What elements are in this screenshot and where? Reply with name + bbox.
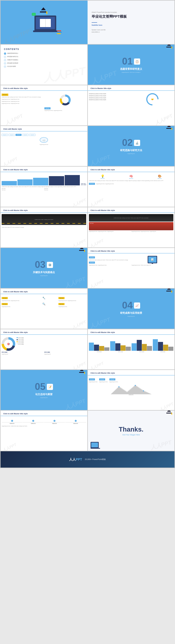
timeline-note: Supporting text here. Unified fonts make…: [2, 426, 86, 426]
kw3: Keyword: [16, 134, 21, 136]
tl-step4: 4 机械化阶段: [65, 420, 86, 424]
grad-cap-04: [166, 291, 172, 292]
red-container-area: Text here: [89, 222, 173, 230]
mt-col2: Text here Supporting text here.: [99, 378, 108, 382]
section05-title: 论文总结与展望: [35, 393, 52, 396]
bg4-b4: [168, 347, 173, 351]
bulb2-icon: 🧠: [117, 174, 145, 178]
bar7-3: [33, 178, 48, 186]
watermark-4: 人人PPT: [4, 112, 24, 126]
watermark-thanks: 人人PPT: [150, 439, 172, 451]
slide-master-7: Click to edit Master title style Year-en…: [1, 166, 87, 207]
thanks-main: Thanks.: [119, 426, 143, 433]
dl-sub2: Supporting text: [44, 354, 86, 354]
text4-desc1: Unified fonts make reading more fluent. …: [2, 96, 43, 98]
tl-step2: 2 机械化阶段: [23, 420, 44, 424]
watermark-bars: 人人PPT: [89, 360, 105, 370]
tl-step1: 1 机械化阶段: [2, 420, 23, 424]
contents-item-1-text: 选题背景和研究意义: [7, 52, 18, 54]
bar7-4: [49, 176, 64, 186]
master-title-road: Click to edit Master title style: [1, 207, 87, 213]
mountain-content: Text here Supporting text here. Text her…: [88, 377, 174, 396]
grad-cap-02: [166, 128, 172, 129]
watermark-s4: 人人PPT: [89, 316, 111, 329]
road-overlay-text: Unified fonts make reading more fluent: [35, 219, 53, 220]
bars-content: 研究背景概述 研究意义概述 研究方法概述 研究结论概述: [88, 336, 174, 354]
grad-cap-thanks: [166, 413, 172, 414]
watermark-s2: 人人PPT: [89, 153, 111, 166]
cloud-deco: ☁️: [2, 137, 86, 143]
s10-d1: Text here Supporting text here.: [2, 302, 29, 308]
textbox-yellow-4: Text here: [2, 94, 8, 96]
section05-num: 05: [35, 382, 46, 391]
mt-col1: Text here Supporting text here.: [89, 378, 98, 382]
slide-master-4: Click to edit Master title style Text he…: [1, 85, 87, 126]
slide7-t4: Text here: [44, 190, 86, 190]
s10-d3: Text here Supporting text here.: [58, 302, 86, 308]
thanks-content: Thanks. And Your Slogan Here: [119, 426, 143, 436]
bulb2: 🧠 Text here: [117, 174, 145, 179]
bg1-b2: [94, 345, 99, 351]
master-title-timeline: Click to edit Master title style: [1, 410, 87, 416]
bar7-1: [2, 181, 17, 186]
screen-content: 📊: [151, 258, 154, 261]
master-title-6: Click edit Master style: [1, 126, 87, 132]
master-title-container: Click to edit Master title style: [88, 207, 174, 213]
slide4-content: Text here Unified fonts make reading mor…: [1, 92, 87, 112]
slide7-t3: Text here: [2, 190, 44, 190]
tb9-2: Text here: [89, 262, 95, 264]
section01-num: 01: [122, 56, 133, 66]
section05-number-area: 05 📝: [35, 382, 53, 391]
icon10-2: 🔍: [30, 302, 58, 306]
slide7-text: Unified fonts make reading more fluent. …: [2, 186, 86, 188]
slide5-right: 🤝: [131, 93, 173, 106]
t10-3: Supporting text here.: [2, 306, 29, 308]
watermark-8: 人人PPT: [89, 197, 105, 207]
footer-count: 20,000+ PowerPoint模板: [85, 458, 106, 461]
section04-title: 研究成果与应用前景: [120, 311, 142, 314]
slide-master-6: Click edit Master style Keyword Keyword …: [1, 126, 87, 166]
contents-item-4-text: 研究成果与应用前景: [7, 62, 18, 64]
tablet-body: 📊: [148, 256, 157, 263]
timeline-row: 1 机械化阶段 2 机械化阶段 3 机械化阶段: [2, 420, 86, 424]
master-title-donut: Click to edit Master title style: [1, 329, 87, 335]
donut-labels: 研究方向概述 研究方向概述 Supporting text Supporting…: [2, 352, 86, 354]
bg1-b4: [104, 347, 109, 351]
bar-group1: [89, 342, 109, 351]
tablet-screen: 📊: [148, 256, 156, 263]
slide5-content: 研究背景与意义的相关文字内容介绍说明 研究背景与意义的相关文字内容介绍说明 研究…: [88, 92, 174, 106]
slide10-grid: Text here Supporting text here. Supporti…: [2, 296, 86, 302]
svg-marker-1: [111, 386, 151, 394]
tl-line3: [44, 422, 65, 422]
mt-tb1: Text here: [89, 378, 95, 380]
textbox-blue-4: Text here: [44, 107, 51, 109]
container-upper: Unified fonts make reading more fluent. …: [89, 214, 173, 222]
dl-sub1: Supporting text: [2, 354, 44, 354]
bg2-b4: [126, 347, 131, 351]
slide-section04: 04 📈 研究成果与应用前景 Supporting text 人人PPT: [88, 288, 174, 329]
tb10-3: Text here: [2, 303, 8, 305]
slide8-content: 💡 Text here 🧠 Text here 🎨 Text here Unif…: [88, 174, 174, 186]
bg2-b2: [115, 343, 120, 351]
year-label: Year-end2017-2018: [80, 183, 86, 186]
tablet-button: [152, 263, 153, 264]
section04-num: 04: [122, 300, 133, 310]
master-title-7: Click to edit Master title style: [1, 166, 87, 172]
circle-diagram: 🤝: [146, 93, 158, 106]
bg4-b1: [153, 339, 158, 351]
title-illustration: ···: [30, 10, 58, 34]
section04-content: 04 📈 研究成果与应用前景 Supporting text: [120, 288, 142, 329]
svg-point-4: [143, 390, 144, 392]
thanks-sub: And Your Slogan Here: [119, 434, 143, 436]
slide-master-9: Click to edit Master title style Text he…: [88, 248, 174, 288]
footer-bar: 人人PPT 20,000+ PowerPoint模板: [1, 451, 174, 468]
contents-item-3: 03 关键技术与实践难点: [4, 59, 84, 61]
contents-item-2-text: 研究思路与研究方法: [7, 56, 18, 58]
tl-line4: [65, 422, 86, 422]
text4-desc3: Supporting text here. Supporting text he…: [2, 101, 43, 102]
slide7-t1: Text here: [2, 188, 44, 189]
text4-desc4: Supporting text here. Supporting text he…: [2, 103, 43, 104]
book-icon: [40, 19, 51, 27]
t10-2: Supporting text here. Supporting text he…: [58, 300, 86, 302]
bl3: 研究方法概述: [131, 351, 152, 352]
